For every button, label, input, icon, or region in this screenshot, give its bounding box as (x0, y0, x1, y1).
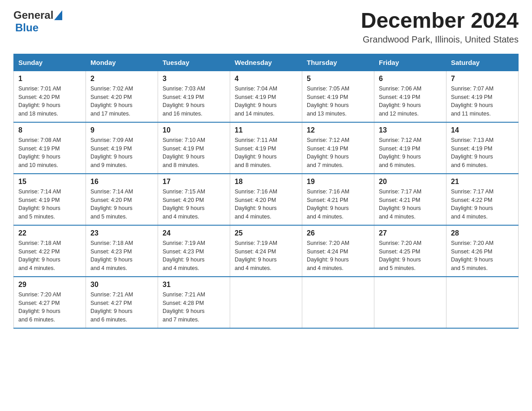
day-info: Sunrise: 7:20 AM Sunset: 4:26 PM Dayligh… (451, 239, 514, 273)
day-info: Sunrise: 7:10 AM Sunset: 4:19 PM Dayligh… (163, 136, 225, 170)
day-number: 7 (451, 75, 514, 83)
calendar-cell: 24 Sunrise: 7:19 AM Sunset: 4:23 PM Dayl… (158, 225, 230, 277)
day-number: 8 (18, 126, 81, 134)
calendar-cell: 13 Sunrise: 7:12 AM Sunset: 4:19 PM Dayl… (374, 122, 446, 174)
header: General Blue December 2024 Grandwood Par… (13, 9, 519, 45)
weekday-header-thursday: Thursday (302, 54, 374, 71)
day-info: Sunrise: 7:02 AM Sunset: 4:20 PM Dayligh… (90, 85, 153, 118)
day-info: Sunrise: 7:14 AM Sunset: 4:20 PM Dayligh… (90, 188, 153, 221)
calendar-cell: 3 Sunrise: 7:03 AM Sunset: 4:19 PM Dayli… (158, 71, 230, 122)
calendar-cell: 11 Sunrise: 7:11 AM Sunset: 4:19 PM Dayl… (230, 122, 302, 174)
day-number: 12 (307, 126, 369, 134)
calendar-cell: 14 Sunrise: 7:13 AM Sunset: 4:19 PM Dayl… (446, 122, 519, 174)
svg-marker-0 (54, 10, 62, 20)
day-number: 13 (379, 126, 442, 134)
day-number: 15 (18, 178, 81, 186)
weekday-header-friday: Friday (374, 54, 446, 71)
calendar-cell: 29 Sunrise: 7:20 AM Sunset: 4:27 PM Dayl… (14, 277, 86, 328)
calendar-week-row: 29 Sunrise: 7:20 AM Sunset: 4:27 PM Dayl… (14, 277, 519, 328)
calendar-cell: 20 Sunrise: 7:17 AM Sunset: 4:21 PM Dayl… (374, 174, 446, 225)
calendar-cell: 10 Sunrise: 7:10 AM Sunset: 4:19 PM Dayl… (158, 122, 230, 174)
day-info: Sunrise: 7:18 AM Sunset: 4:22 PM Dayligh… (18, 239, 81, 273)
day-number: 2 (90, 75, 153, 83)
calendar-cell (446, 277, 519, 328)
day-number: 25 (235, 229, 297, 237)
calendar-table: SundayMondayTuesdayWednesdayThursdayFrid… (13, 54, 519, 329)
day-number: 11 (235, 126, 297, 134)
day-info: Sunrise: 7:14 AM Sunset: 4:19 PM Dayligh… (18, 188, 81, 221)
day-number: 30 (90, 281, 153, 289)
calendar-cell: 7 Sunrise: 7:07 AM Sunset: 4:19 PM Dayli… (446, 71, 519, 122)
calendar-cell: 17 Sunrise: 7:15 AM Sunset: 4:20 PM Dayl… (158, 174, 230, 225)
day-info: Sunrise: 7:08 AM Sunset: 4:19 PM Dayligh… (18, 136, 81, 170)
logo-icon (54, 10, 62, 22)
day-info: Sunrise: 7:05 AM Sunset: 4:19 PM Dayligh… (307, 85, 369, 118)
day-number: 26 (307, 229, 369, 237)
day-number: 18 (235, 178, 297, 186)
day-info: Sunrise: 7:21 AM Sunset: 4:27 PM Dayligh… (90, 291, 153, 324)
calendar-cell: 28 Sunrise: 7:20 AM Sunset: 4:26 PM Dayl… (446, 225, 519, 277)
day-number: 23 (90, 229, 153, 237)
calendar-cell: 31 Sunrise: 7:21 AM Sunset: 4:28 PM Dayl… (158, 277, 230, 328)
month-title: December 2024 (361, 9, 519, 33)
day-number: 29 (18, 281, 81, 289)
day-info: Sunrise: 7:18 AM Sunset: 4:23 PM Dayligh… (90, 239, 153, 273)
day-number: 21 (451, 178, 514, 186)
day-info: Sunrise: 7:07 AM Sunset: 4:19 PM Dayligh… (451, 85, 514, 118)
day-info: Sunrise: 7:04 AM Sunset: 4:19 PM Dayligh… (235, 85, 297, 118)
day-info: Sunrise: 7:11 AM Sunset: 4:19 PM Dayligh… (235, 136, 297, 170)
day-number: 24 (163, 229, 225, 237)
calendar-cell: 12 Sunrise: 7:12 AM Sunset: 4:19 PM Dayl… (302, 122, 374, 174)
calendar-cell: 4 Sunrise: 7:04 AM Sunset: 4:19 PM Dayli… (230, 71, 302, 122)
day-number: 3 (163, 75, 225, 83)
calendar-cell: 30 Sunrise: 7:21 AM Sunset: 4:27 PM Dayl… (86, 277, 158, 328)
day-number: 19 (307, 178, 369, 186)
calendar-week-row: 8 Sunrise: 7:08 AM Sunset: 4:19 PM Dayli… (14, 122, 519, 174)
day-info: Sunrise: 7:21 AM Sunset: 4:28 PM Dayligh… (163, 291, 225, 324)
day-number: 9 (90, 126, 153, 134)
weekday-header-tuesday: Tuesday (158, 54, 230, 71)
day-info: Sunrise: 7:03 AM Sunset: 4:19 PM Dayligh… (163, 85, 225, 118)
calendar-cell (302, 277, 374, 328)
calendar-cell: 23 Sunrise: 7:18 AM Sunset: 4:23 PM Dayl… (86, 225, 158, 277)
day-info: Sunrise: 7:19 AM Sunset: 4:23 PM Dayligh… (163, 239, 225, 273)
day-number: 5 (307, 75, 369, 83)
calendar-cell: 22 Sunrise: 7:18 AM Sunset: 4:22 PM Dayl… (14, 225, 86, 277)
logo: General Blue (13, 9, 63, 34)
day-info: Sunrise: 7:20 AM Sunset: 4:25 PM Dayligh… (379, 239, 442, 273)
calendar-cell (374, 277, 446, 328)
calendar-cell (230, 277, 302, 328)
day-info: Sunrise: 7:06 AM Sunset: 4:19 PM Dayligh… (379, 85, 442, 118)
day-number: 27 (379, 229, 442, 237)
day-number: 16 (90, 178, 153, 186)
day-number: 14 (451, 126, 514, 134)
day-info: Sunrise: 7:19 AM Sunset: 4:24 PM Dayligh… (235, 239, 297, 273)
calendar-cell: 26 Sunrise: 7:20 AM Sunset: 4:24 PM Dayl… (302, 225, 374, 277)
calendar-cell: 19 Sunrise: 7:16 AM Sunset: 4:21 PM Dayl… (302, 174, 374, 225)
calendar-cell: 21 Sunrise: 7:17 AM Sunset: 4:22 PM Dayl… (446, 174, 519, 225)
day-number: 6 (379, 75, 442, 83)
calendar-week-row: 1 Sunrise: 7:01 AM Sunset: 4:20 PM Dayli… (14, 71, 519, 122)
logo-blue-text: Blue (15, 21, 39, 34)
weekday-header-row: SundayMondayTuesdayWednesdayThursdayFrid… (14, 54, 519, 71)
day-info: Sunrise: 7:17 AM Sunset: 4:22 PM Dayligh… (451, 188, 514, 221)
day-number: 28 (451, 229, 514, 237)
calendar-cell: 27 Sunrise: 7:20 AM Sunset: 4:25 PM Dayl… (374, 225, 446, 277)
calendar-cell: 25 Sunrise: 7:19 AM Sunset: 4:24 PM Dayl… (230, 225, 302, 277)
calendar-cell: 8 Sunrise: 7:08 AM Sunset: 4:19 PM Dayli… (14, 122, 86, 174)
calendar-cell: 6 Sunrise: 7:06 AM Sunset: 4:19 PM Dayli… (374, 71, 446, 122)
weekday-header-saturday: Saturday (446, 54, 519, 71)
day-number: 10 (163, 126, 225, 134)
logo-general-text: General (13, 9, 53, 21)
location-subtitle: Grandwood Park, Illinois, United States (361, 34, 519, 45)
weekday-header-wednesday: Wednesday (230, 54, 302, 71)
calendar-cell: 2 Sunrise: 7:02 AM Sunset: 4:20 PM Dayli… (86, 71, 158, 122)
day-info: Sunrise: 7:12 AM Sunset: 4:19 PM Dayligh… (307, 136, 369, 170)
day-info: Sunrise: 7:09 AM Sunset: 4:19 PM Dayligh… (90, 136, 153, 170)
calendar-cell: 15 Sunrise: 7:14 AM Sunset: 4:19 PM Dayl… (14, 174, 86, 225)
day-info: Sunrise: 7:20 AM Sunset: 4:24 PM Dayligh… (307, 239, 369, 273)
day-info: Sunrise: 7:16 AM Sunset: 4:21 PM Dayligh… (307, 188, 369, 221)
day-number: 20 (379, 178, 442, 186)
day-info: Sunrise: 7:12 AM Sunset: 4:19 PM Dayligh… (379, 136, 442, 170)
day-info: Sunrise: 7:16 AM Sunset: 4:20 PM Dayligh… (235, 188, 297, 221)
